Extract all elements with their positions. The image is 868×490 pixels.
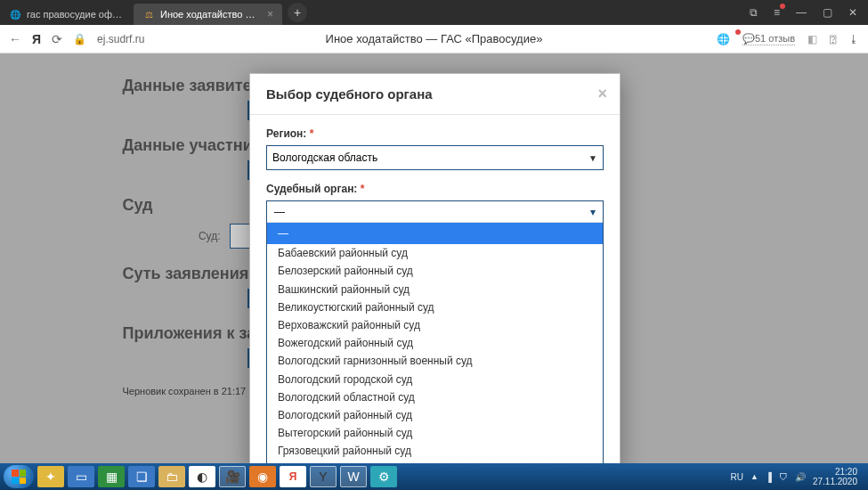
taskbar-app-12[interactable]: ⚙ [370, 466, 397, 487]
system-tray[interactable]: RU ▲ ▐ ⛉ 🔊 21:20 27.11.2020 [730, 467, 864, 486]
court-option[interactable]: Великоустюгский районный суд [267, 298, 603, 316]
tab-title: Иное ходатайство — Г… [160, 9, 258, 20]
court-option[interactable]: Верховажский районный суд [267, 316, 603, 334]
court-option[interactable]: — [267, 223, 603, 244]
court-options-list[interactable]: —Бабаевский районный судБелозерский райо… [267, 223, 603, 463]
taskbar-chrome[interactable]: ◐ [189, 466, 215, 487]
chevron-down-icon: ▾ [590, 206, 596, 218]
court-select-modal: Выбор судебного органа × Регион: * Волог… [249, 73, 621, 472]
extension-icon[interactable]: ⍰ [830, 33, 836, 45]
taskbar-app-1[interactable]: ✦ [37, 466, 64, 487]
taskbar-explorer[interactable]: 🗀 [158, 466, 185, 487]
window-minimize-icon[interactable]: — [796, 6, 807, 19]
court-option[interactable]: Вологодский городской суд [267, 371, 603, 388]
taskbar-app-zoom[interactable]: 🎥 [219, 466, 246, 487]
court-option[interactable]: Белозерский районный суд [267, 262, 603, 280]
page-title: Иное ходатайство — ГАС «Правосудие» [326, 32, 543, 45]
url-text[interactable]: ej.sudrf.ru [97, 33, 144, 45]
modal-title: Выбор судебного органа × [250, 74, 620, 115]
court-option[interactable]: Вытегорский районный суд [267, 424, 603, 442]
court-value: — [274, 206, 285, 218]
download-icon[interactable]: ⭳ [848, 33, 859, 45]
tray-shield-icon[interactable]: ⛉ [779, 472, 788, 482]
taskbar-yandex-search[interactable]: Я [280, 466, 306, 487]
court-option[interactable]: Вашкинский районный суд [267, 281, 603, 298]
browser-tab-0[interactable]: 🌐 гас правосудие официаль [0, 4, 134, 25]
taskbar-excel[interactable]: ▦ [98, 466, 125, 487]
court-option[interactable]: Вологодский областной суд [267, 388, 603, 406]
yandex-icon[interactable]: Я [32, 32, 41, 46]
window-maximize-icon[interactable]: ▢ [823, 6, 832, 19]
taskbar-app-8[interactable]: ◉ [249, 466, 276, 487]
region-value: Вологодская область [272, 151, 377, 164]
tab-title: гас правосудие официаль [27, 9, 125, 20]
browser-tab-1[interactable]: ⚖ Иное ходатайство — Г… × [134, 4, 282, 25]
tray-volume-icon[interactable]: 🔊 [795, 472, 806, 482]
court-option[interactable]: Грязовецкий районный суд [267, 442, 603, 460]
bookmark-icon[interactable]: ◧ [807, 33, 817, 45]
favicon-scales-icon: ⚖ [142, 8, 155, 20]
lock-icon: 🔒 [73, 33, 86, 45]
taskbar-yandex-browser[interactable]: Y [310, 466, 337, 487]
favicon-globe-icon: 🌐 [9, 8, 21, 20]
chevron-down-icon: ▼ [588, 153, 597, 163]
taskbar-app-2[interactable]: ▭ [68, 466, 94, 487]
back-button[interactable]: ← [9, 32, 21, 46]
reviews-badge[interactable]: 💬51 отзыв [742, 33, 795, 45]
start-button[interactable] [4, 465, 34, 488]
taskbar-clock[interactable]: 21:20 27.11.2020 [813, 467, 857, 486]
region-label: Регион: * [266, 127, 604, 140]
region-select[interactable]: Вологодская область ▼ [266, 145, 604, 170]
tray-flag-icon[interactable]: ▐ [766, 472, 772, 482]
taskbar-word[interactable]: W [340, 466, 367, 487]
court-option[interactable]: Вологодский районный суд [267, 406, 603, 424]
court-option[interactable]: Вологодский гарнизонный военный суд [267, 352, 603, 370]
court-label: Судебный орган: * [266, 183, 604, 195]
windows-logo-icon [12, 470, 26, 484]
taskbar: ✦ ▭ ▦ ❏ 🗀 ◐ 🎥 ◉ Я Y W ⚙ RU ▲ ▐ ⛉ 🔊 21:20… [0, 463, 868, 490]
close-icon[interactable]: × [597, 85, 607, 103]
reload-button[interactable]: ⟳ [52, 32, 62, 46]
court-field-label: Суд: [123, 230, 221, 242]
close-icon[interactable]: × [267, 8, 273, 20]
window-copy-icon[interactable]: ⧉ [750, 6, 758, 19]
tray-expand-icon[interactable]: ▲ [750, 472, 758, 481]
address-bar: ← Я ⟳ 🔒 ej.sudrf.ru Иное ходатайство — Г… [0, 25, 868, 53]
taskbar-app-4[interactable]: ❏ [128, 466, 155, 487]
court-option[interactable]: Вожегодский районный суд [267, 334, 603, 352]
window-menu-icon[interactable]: ≡ [774, 6, 780, 19]
translate-icon[interactable]: 🌐 [717, 33, 730, 45]
court-option[interactable]: Бабаевский районный суд [267, 244, 603, 262]
browser-tabstrip: 🌐 гас правосудие официаль ⚖ Иное ходатай… [0, 0, 868, 25]
new-tab-button[interactable]: + [288, 3, 307, 22]
lang-indicator[interactable]: RU [730, 472, 742, 482]
window-close-icon[interactable]: ✕ [848, 6, 857, 19]
court-select-open[interactable]: — ▾ —Бабаевский районный судБелозерский … [266, 200, 604, 464]
